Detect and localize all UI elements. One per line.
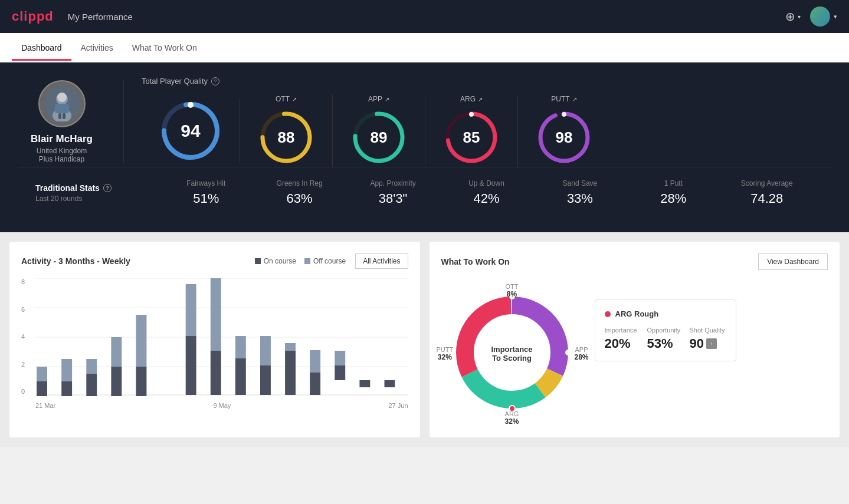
svg-rect-32 <box>136 315 147 367</box>
donut-label-putt: PUTT 32% <box>437 346 454 361</box>
svg-rect-37 <box>235 358 246 395</box>
tab-dashboard[interactable]: Dashboard <box>12 35 71 61</box>
info-card-title: ARG Rough <box>605 309 726 318</box>
trad-info-icon[interactable]: ? <box>103 184 112 192</box>
player-name: Blair McHarg <box>31 133 93 145</box>
view-dashboard-button[interactable]: View Dashboard <box>758 253 828 270</box>
chart-svg-container: 21 Mar 9 May 27 Jun <box>35 278 408 409</box>
circle-label-app: APP ↗ <box>368 95 389 103</box>
tab-what-to-work-on[interactable]: What To Work On <box>123 35 206 61</box>
info-metrics: Importance 20% Opportunity 53% Shot Qual… <box>605 327 726 351</box>
add-button[interactable]: ⊕ ▾ <box>785 9 801 24</box>
svg-rect-29 <box>111 367 122 396</box>
svg-rect-35 <box>211 351 221 395</box>
legend-dot-off <box>304 258 310 264</box>
svg-rect-4 <box>55 104 69 113</box>
quality-info-icon[interactable]: ? <box>211 77 219 85</box>
work-body: Importance To Scoring OTT 8% APP 28% ARG <box>441 282 828 426</box>
svg-rect-42 <box>285 343 296 351</box>
donut-label-ott: OTT 8% <box>506 283 519 298</box>
stat-scoring: Scoring Average 74.28 <box>720 179 814 206</box>
svg-rect-5 <box>58 113 61 119</box>
info-card-container: ARG Rough Importance 20% Opportunity 53%… <box>595 282 828 361</box>
quality-section: Total Player Quality ? 94 <box>124 77 831 167</box>
stat-items: Fairways Hit 51% Greens In Reg 63% App. … <box>142 179 814 206</box>
circle-arg: ARG ↗ 85 <box>425 95 518 167</box>
stat-val-scoring: 74.28 <box>750 191 783 206</box>
stat-sandsave: Sand Save 33% <box>533 179 627 206</box>
chart-legend: On course Off course <box>255 257 346 265</box>
stat-name-oneputt: 1 Putt <box>664 179 683 187</box>
shot-quality-badge: ↑ <box>706 338 717 349</box>
user-menu[interactable]: ▾ <box>810 6 837 27</box>
stat-val-fairways: 51% <box>193 191 219 206</box>
svg-rect-47 <box>359 380 370 387</box>
arrow-ott-icon: ↗ <box>292 96 297 103</box>
chart-controls: On course Off course All Activities <box>255 253 408 269</box>
svg-point-54 <box>565 350 571 355</box>
circle-ott: OTT ↗ 88 <box>240 95 333 167</box>
stat-fairways: Fairways Hit 51% <box>159 179 253 206</box>
player-country: United Kingdom <box>37 147 87 155</box>
arrow-putt-icon: ↗ <box>572 96 577 103</box>
ring-value-total: 94 <box>181 121 200 141</box>
ring-total: 94 <box>158 98 223 163</box>
stat-val-updown: 42% <box>473 191 499 206</box>
metric-val-opportunity: 53% <box>647 336 684 351</box>
quality-circles: 94 OTT ↗ 88 <box>142 95 831 167</box>
stat-val-greens: 63% <box>287 191 313 206</box>
svg-rect-25 <box>61 381 72 396</box>
add-chevron-icon: ▾ <box>798 14 801 20</box>
svg-rect-38 <box>235 336 246 358</box>
metric-name-shotquality: Shot Quality <box>690 327 726 334</box>
quality-label: Total Player Quality ? <box>142 77 831 85</box>
metric-importance: Importance 20% <box>605 327 641 351</box>
trad-label-section: Traditional Stats ? Last 20 rounds <box>35 183 142 203</box>
donut-center-line1: Importance <box>491 345 532 354</box>
svg-rect-28 <box>86 359 97 374</box>
svg-point-3 <box>57 93 67 102</box>
y-label-2: 2 <box>21 361 31 368</box>
perf-top: Blair McHarg United Kingdom Plus Handica… <box>18 77 831 167</box>
chart-header: Activity - 3 Months - Weekly On course O… <box>21 253 408 269</box>
app-header: clippd My Performance ⊕ ▾ ▾ <box>0 0 849 33</box>
chart-x-labels: 21 Mar 9 May 27 Jun <box>35 402 408 409</box>
tab-bar: Dashboard Activities What To Work On <box>0 33 849 62</box>
stat-updown: Up & Down 42% <box>440 179 533 206</box>
header-left: clippd My Performance <box>12 9 133 24</box>
stat-oneputt: 1 Putt 28% <box>627 179 720 206</box>
tab-activities[interactable]: Activities <box>71 35 123 61</box>
activity-chart-svg <box>35 278 408 396</box>
circle-label-arg: ARG ↗ <box>460 95 483 103</box>
legend-on-course: On course <box>255 257 296 265</box>
bar-off-0 <box>37 367 47 381</box>
stat-name-greens: Greens In Reg <box>277 179 323 187</box>
work-on-panel: What To Work On View Dashboard <box>430 242 840 437</box>
stat-name-proximity: App. Proximity <box>370 179 415 187</box>
all-activities-button[interactable]: All Activities <box>355 253 408 269</box>
page-title: My Performance <box>68 12 133 22</box>
player-avatar <box>38 80 86 127</box>
ring-putt: 98 <box>535 108 594 167</box>
stat-proximity: App. Proximity 38'3" <box>346 179 440 206</box>
metric-name-opportunity: Opportunity <box>647 327 684 334</box>
ring-value-app: 89 <box>371 129 388 147</box>
x-label-0: 21 Mar <box>35 402 55 409</box>
y-axis: 0 2 4 6 8 <box>21 278 31 396</box>
avatar <box>810 6 830 27</box>
svg-point-19 <box>562 112 566 117</box>
y-label-0: 0 <box>21 388 31 395</box>
metric-val-shotquality: 90 ↑ <box>690 336 726 351</box>
metric-opportunity: Opportunity 53% <box>647 327 684 351</box>
donut-center: Importance To Scoring <box>491 345 532 363</box>
circle-total: 94 <box>142 98 240 163</box>
svg-rect-31 <box>136 367 147 396</box>
trad-sub: Last 20 rounds <box>35 195 124 203</box>
metric-val-importance: 20% <box>605 336 641 351</box>
arrow-app-icon: ↗ <box>385 96 389 103</box>
player-info: Blair McHarg United Kingdom Plus Handica… <box>18 80 124 163</box>
ring-value-arg: 85 <box>463 129 480 147</box>
stat-name-fairways: Fairways Hit <box>186 179 225 187</box>
ring-ott: 88 <box>257 108 316 167</box>
circle-label-putt: PUTT ↗ <box>551 95 576 103</box>
